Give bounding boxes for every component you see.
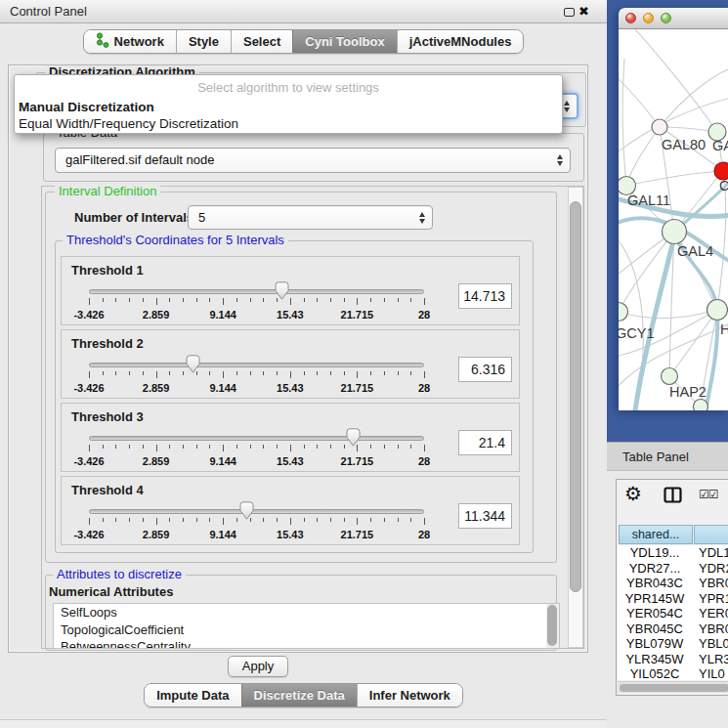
- slider-tick: [290, 371, 291, 378]
- bottom-tab-bar: Impute DataDiscretize DataInfer Network: [0, 683, 607, 708]
- slider-tick: [370, 298, 371, 302]
- window-close-button[interactable]: [625, 13, 636, 23]
- slider-track[interactable]: [89, 289, 424, 294]
- slider-track[interactable]: [89, 436, 424, 441]
- algorithm-option-equal-width[interactable]: Equal Width/Frequency Discretization: [19, 116, 238, 131]
- slider-tick: [290, 518, 291, 525]
- bottom-tab-discretize-data[interactable]: Discretize Data: [241, 684, 357, 707]
- network-node-gal80[interactable]: [652, 119, 667, 135]
- num-intervals-combobox[interactable]: 5: [188, 205, 433, 230]
- table-data-combobox-value: galFiltered.sif default node: [65, 149, 214, 172]
- tab-label: Cyni Toolbox: [305, 34, 384, 49]
- slider-tick-label: -3.426: [73, 309, 104, 321]
- bottom-tab-label: Impute Data: [156, 688, 229, 703]
- window-minimize-button[interactable]: [643, 13, 654, 23]
- network-window-titlebar[interactable]: [619, 8, 728, 29]
- network-node[interactable]: [694, 400, 708, 411]
- tab-cyni-toolbox[interactable]: Cyni Toolbox: [292, 30, 396, 53]
- slider-tick: [236, 371, 237, 375]
- slider-tick: [370, 371, 371, 375]
- table-row[interactable]: YIL052CYIL0: [618, 666, 728, 680]
- slider-thumb[interactable]: [346, 428, 361, 447]
- threshold-value-field[interactable]: 14.713: [458, 283, 512, 309]
- table-column-header[interactable]: shared...: [619, 525, 693, 544]
- table-column-header[interactable]: name: [694, 525, 728, 544]
- columns-icon[interactable]: [664, 487, 682, 506]
- close-icon[interactable]: ✖: [578, 4, 589, 19]
- slider-tick-label: 21.715: [341, 382, 374, 394]
- network-node-gcy1[interactable]: [619, 303, 628, 321]
- slider-track[interactable]: [89, 363, 424, 367]
- attribute-list-item[interactable]: SelfLoops: [54, 604, 559, 621]
- cell-name: YLR3: [699, 652, 728, 666]
- tab-style[interactable]: Style: [176, 30, 231, 53]
- network-node-gal4[interactable]: [663, 220, 687, 244]
- table-row[interactable]: YER054CYER0: [618, 606, 728, 621]
- slider-tick: [209, 445, 210, 449]
- tab-jactivemnodules[interactable]: jActiveMNodules: [397, 30, 524, 53]
- slider-tick: [89, 298, 90, 305]
- attribute-list-item[interactable]: BetweennessCentrality: [54, 638, 559, 649]
- slider-thumb[interactable]: [275, 281, 289, 300]
- network-canvas[interactable]: GAL80GACGAL11GAL4GCY1HHAP2: [619, 29, 728, 410]
- threshold-value-field[interactable]: 6.316: [458, 357, 512, 382]
- tab-network[interactable]: Network: [84, 30, 176, 53]
- gear-icon[interactable]: ⚙: [624, 482, 642, 505]
- numerical-attributes-list[interactable]: SelfLoopsTopologicalCoefficientBetweenne…: [53, 603, 560, 649]
- slider-track[interactable]: [89, 509, 424, 514]
- algorithm-dropdown-popup: Select algorithm to view settings Manual…: [14, 74, 563, 134]
- horizontal-scrollbar[interactable]: [618, 681, 728, 693]
- slider-tick: [209, 371, 210, 375]
- bottom-tab-label: Discretize Data: [254, 688, 345, 703]
- algorithm-option-manual[interactable]: Manual Discretization: [19, 100, 154, 114]
- network-view-window: GAL80GACGAL11GAL4GCY1HHAP2: [619, 8, 728, 410]
- network-node-h[interactable]: [707, 300, 728, 321]
- cell-name: YIL0: [699, 666, 725, 680]
- bottom-tab-impute-data[interactable]: Impute Data: [145, 684, 240, 707]
- network-edge: [628, 29, 717, 132]
- bottom-tab-infer-network[interactable]: Infer Network: [357, 684, 462, 707]
- threshold-value-field[interactable]: 11.344: [458, 503, 512, 529]
- table-data-combobox[interactable]: galFiltered.sif default node: [55, 148, 571, 173]
- slider-tick: [169, 371, 170, 375]
- slider-thumb[interactable]: [239, 501, 254, 520]
- cell-name: YBL0: [699, 636, 728, 651]
- table-row[interactable]: YPR145WYPR1: [618, 591, 728, 607]
- checkboxes-icon[interactable]: ☑☑: [699, 488, 718, 501]
- slider-tick-label: -3.426: [73, 455, 104, 467]
- slider-tick: [196, 518, 197, 522]
- float-window-icon[interactable]: [564, 8, 575, 17]
- combo-arrows-icon: [564, 101, 570, 112]
- slider-tick: [330, 445, 331, 449]
- slider-tick: [89, 518, 90, 525]
- table-row[interactable]: YDL19...YDL1: [618, 545, 728, 561]
- attribute-list-item[interactable]: TopologicalCoefficient: [54, 621, 559, 639]
- network-edge: [626, 171, 723, 186]
- table-row[interactable]: YLR345WYLR3: [618, 652, 728, 667]
- attributes-scrollbar-thumb[interactable]: [547, 605, 557, 646]
- horizontal-scrollbar-thumb[interactable]: [620, 684, 728, 692]
- network-edge-thick: [706, 310, 717, 410]
- slider-tick-label: 21.715: [341, 529, 374, 540]
- slider-tick: [263, 371, 264, 375]
- slider-tick-label: 9.144: [209, 455, 236, 467]
- table-row[interactable]: YBL079WYBL0: [618, 636, 728, 652]
- slider-tick: [129, 371, 130, 375]
- window-zoom-button[interactable]: [661, 13, 671, 23]
- apply-button[interactable]: Apply: [228, 656, 288, 677]
- slider-tick: [89, 445, 90, 451]
- network-edge: [622, 59, 626, 186]
- slider-tick: [370, 445, 371, 449]
- table-row[interactable]: YDR27...YDR2: [618, 561, 728, 577]
- attributes-scrollbar[interactable]: [546, 604, 559, 648]
- table-header[interactable]: shared...name: [617, 525, 728, 545]
- threshold-label: Threshold 1: [71, 263, 144, 278]
- network-node-hap2[interactable]: [662, 368, 678, 385]
- vertical-scrollbar-thumb[interactable]: [570, 201, 581, 592]
- table-row[interactable]: YBR043CYBR0: [618, 576, 728, 591]
- slider-tick: [290, 298, 291, 305]
- slider-thumb[interactable]: [186, 355, 200, 373]
- threshold-value-field[interactable]: 21.4: [458, 430, 512, 455]
- tab-select[interactable]: Select: [231, 30, 292, 53]
- table-row[interactable]: YBR045CYBR0: [618, 621, 728, 637]
